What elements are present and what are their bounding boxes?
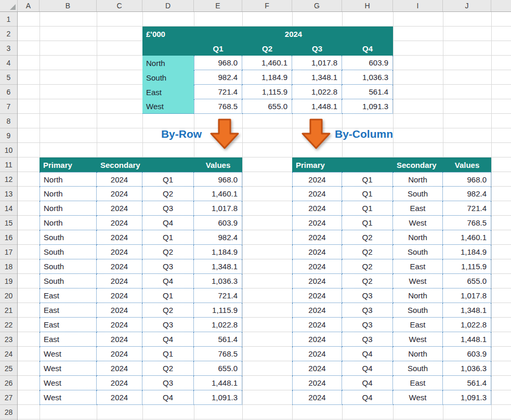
cell[interactable]: 561.4 <box>443 376 491 390</box>
row-header-19[interactable]: 19 <box>0 274 17 288</box>
cell[interactable]: Q4 <box>342 390 393 405</box>
cell[interactable]: Q3 <box>342 288 393 303</box>
cell[interactable]: 2024 <box>292 347 342 361</box>
cell[interactable]: Q1 <box>142 230 194 245</box>
cell[interactable]: 2024 <box>292 187 342 201</box>
cell[interactable]: Q4 <box>142 274 194 288</box>
cell[interactable]: East <box>40 332 97 347</box>
row-header-22[interactable]: 22 <box>0 318 17 332</box>
column-header-cell[interactable]: Secondary <box>393 158 443 172</box>
cell[interactable]: 1,115.9 <box>194 303 242 318</box>
cell[interactable]: 1,091.3 <box>194 390 242 405</box>
cell[interactable]: 1,091.3 <box>342 99 393 114</box>
cell[interactable]: North <box>40 216 97 230</box>
cell[interactable]: North <box>40 201 97 216</box>
column-header-cell[interactable]: Values <box>194 158 242 172</box>
cell[interactable]: West <box>393 216 443 230</box>
column-header-cell[interactable]: Primary <box>292 158 342 172</box>
cell[interactable]: 2024 <box>292 172 342 187</box>
column-header-J[interactable]: J <box>443 0 491 11</box>
row-header-18[interactable]: 18 <box>0 259 17 274</box>
cell[interactable]: East <box>393 201 443 216</box>
cell[interactable]: Q3 <box>342 318 393 332</box>
cell[interactable]: 603.9 <box>342 56 393 70</box>
cell[interactable]: South <box>40 230 97 245</box>
column-header-cell[interactable] <box>342 158 393 172</box>
column-header-E[interactable]: E <box>194 0 242 11</box>
cell[interactable]: 2024 <box>97 216 142 230</box>
cell[interactable]: North <box>40 172 97 187</box>
cell[interactable]: West <box>40 376 97 390</box>
quarter-header-Q2[interactable]: Q2 <box>242 41 292 56</box>
cell[interactable]: 1,460.1 <box>242 56 292 70</box>
cell[interactable]: 2024 <box>292 259 342 274</box>
cell[interactable]: 1,184.9 <box>194 245 242 259</box>
row-header-27[interactable]: 27 <box>0 390 17 405</box>
by-row-label[interactable]: By-Row <box>151 126 212 142</box>
cell[interactable]: 1,448.1 <box>292 99 342 114</box>
row-header-16[interactable]: 16 <box>0 230 17 245</box>
column-header-partial[interactable] <box>491 0 511 11</box>
row-header-20[interactable]: 20 <box>0 288 17 303</box>
cell[interactable]: 2024 <box>292 303 342 318</box>
cell[interactable]: Q2 <box>342 245 393 259</box>
cell[interactable]: South <box>40 245 97 259</box>
cell[interactable]: East <box>393 318 443 332</box>
cell[interactable]: 982.4 <box>443 187 491 201</box>
row-header-2[interactable]: 2 <box>0 27 17 41</box>
cell[interactable]: 2024 <box>97 303 142 318</box>
column-header-H[interactable]: H <box>342 0 393 11</box>
cell[interactable]: 2024 <box>97 245 142 259</box>
cell[interactable]: 1,348.1 <box>194 259 242 274</box>
cell[interactable]: 768.5 <box>443 216 491 230</box>
by-column-label[interactable]: By-Column <box>331 126 397 142</box>
cell[interactable]: North <box>393 172 443 187</box>
cell[interactable]: 768.5 <box>194 347 242 361</box>
column-header-G[interactable]: G <box>292 0 342 11</box>
row-header-14[interactable]: 14 <box>0 201 17 216</box>
cell[interactable]: East <box>393 376 443 390</box>
cell[interactable]: 2024 <box>292 390 342 405</box>
cell[interactable]: 603.9 <box>443 347 491 361</box>
row-header-25[interactable]: 25 <box>0 361 17 376</box>
cell[interactable]: 2024 <box>292 201 342 216</box>
cell[interactable]: 2024 <box>292 376 342 390</box>
cell[interactable]: 1,115.9 <box>242 85 292 99</box>
cell[interactable]: Q2 <box>342 274 393 288</box>
cell[interactable]: Q4 <box>342 361 393 376</box>
row-header-3[interactable]: 3 <box>0 41 17 56</box>
row-header-24[interactable]: 24 <box>0 347 17 361</box>
cell[interactable]: Q2 <box>342 230 393 245</box>
cell[interactable]: 1,448.1 <box>443 332 491 347</box>
cell[interactable]: Q3 <box>142 259 194 274</box>
cell[interactable]: East <box>40 318 97 332</box>
cell[interactable]: South <box>393 187 443 201</box>
cell[interactable]: 968.0 <box>194 56 242 70</box>
unit-label[interactable]: £'000 <box>142 27 194 41</box>
cell[interactable]: Q3 <box>142 376 194 390</box>
cell[interactable]: 2024 <box>97 288 142 303</box>
row-header-4[interactable]: 4 <box>0 56 17 70</box>
cell[interactable]: 982.4 <box>194 230 242 245</box>
region-label-cell[interactable]: South <box>142 70 194 85</box>
cell[interactable]: 655.0 <box>242 99 292 114</box>
cell[interactable]: 1,017.8 <box>443 288 491 303</box>
cell[interactable]: 1,184.9 <box>443 245 491 259</box>
cell[interactable]: South <box>393 245 443 259</box>
cell[interactable]: 2024 <box>97 332 142 347</box>
cell[interactable]: Q3 <box>342 303 393 318</box>
row-header-21[interactable]: 21 <box>0 303 17 318</box>
quarter-header-Q1[interactable]: Q1 <box>194 41 242 56</box>
cell[interactable]: Q1 <box>142 347 194 361</box>
cell[interactable]: West <box>393 274 443 288</box>
cell[interactable]: 1,022.8 <box>292 85 342 99</box>
column-header-cell[interactable]: Primary <box>40 158 97 172</box>
cell[interactable]: Q2 <box>142 303 194 318</box>
column-header-B[interactable]: B <box>40 0 97 11</box>
cell[interactable]: 1,460.1 <box>443 230 491 245</box>
row-header-11[interactable]: 11 <box>0 158 17 172</box>
cell[interactable]: 2024 <box>292 318 342 332</box>
cell[interactable]: Q1 <box>342 172 393 187</box>
cell[interactable]: 2024 <box>292 274 342 288</box>
cell[interactable]: 655.0 <box>443 274 491 288</box>
